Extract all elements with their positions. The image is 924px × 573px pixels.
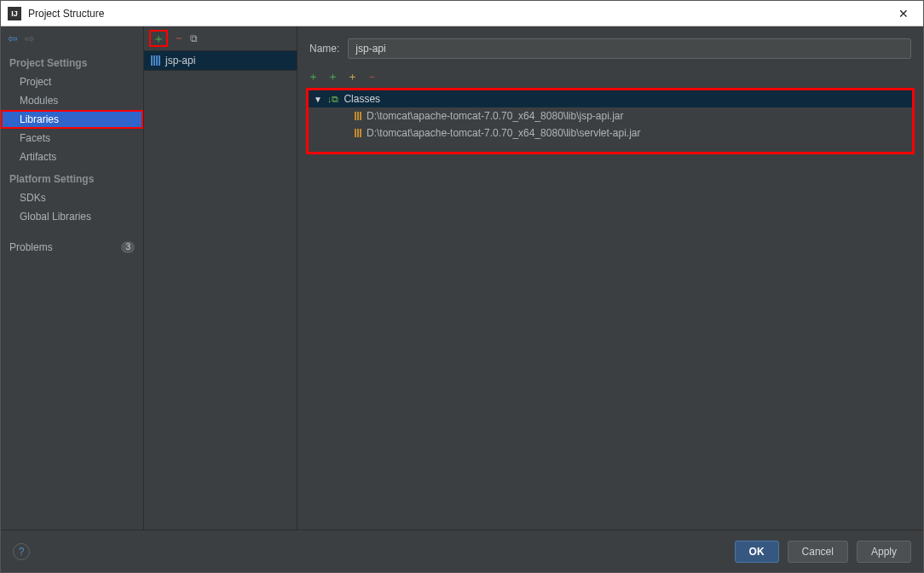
tree-item-jar[interactable]: D:\tomcat\apache-tomcat-7.0.70_x64_8080\… <box>309 124 912 142</box>
close-icon[interactable]: ✕ <box>891 7 916 20</box>
remove-root-icon[interactable]: － <box>367 69 378 84</box>
name-label: Name: <box>309 43 339 55</box>
ok-button[interactable]: OK <box>735 541 779 563</box>
nav-facets[interactable]: Facets <box>1 129 143 148</box>
problems-label: Problems <box>9 241 53 253</box>
nav-artifacts[interactable]: Artifacts <box>1 148 143 166</box>
section-header-project-settings: Project Settings <box>1 50 143 72</box>
sidebar-nav-toolbar: ⇦ ⇨ <box>1 26 143 50</box>
dialog-footer: ? OK Cancel Apply <box>1 530 923 572</box>
add-root-icon[interactable]: ＋ <box>308 69 319 84</box>
titlebar: IJ Project Structure ✕ <box>1 1 923 26</box>
libraries-toolbar: ＋ － ⧉ <box>144 26 297 50</box>
app-icon: IJ <box>8 7 21 20</box>
window-title: Project Structure <box>28 8 891 20</box>
name-row: Name: <box>297 26 923 67</box>
chevron-down-icon: ▼ <box>314 95 322 104</box>
copy-library-icon[interactable]: ⧉ <box>190 32 198 44</box>
section-header-platform-settings: Platform Settings <box>1 166 143 188</box>
tree-item-jar[interactable]: D:\tomcat\apache-tomcat-7.0.70_x64_8080\… <box>309 107 912 124</box>
nav-libraries[interactable]: Libraries <box>1 110 143 129</box>
forward-icon[interactable]: ⇨ <box>25 32 35 45</box>
classes-toolbar: ＋ ＋ ＋ － <box>297 67 923 86</box>
sidebar: ⇦ ⇨ Project Settings Project Modules Lib… <box>1 26 144 530</box>
tree-item-path: D:\tomcat\apache-tomcat-7.0.70_x64_8080\… <box>367 110 624 122</box>
add-library-icon[interactable]: ＋ <box>149 30 168 47</box>
library-name-input[interactable] <box>348 38 911 59</box>
classes-icon: ↓⧉ <box>327 94 339 105</box>
classes-tree: ▼ ↓⧉ Classes D:\tomcat\apache-tomcat-7.0… <box>306 88 915 154</box>
jar-icon <box>355 129 361 137</box>
nav-sdks[interactable]: SDKs <box>1 188 143 207</box>
jar-icon <box>355 112 361 120</box>
cancel-button[interactable]: Cancel <box>788 541 848 563</box>
tree-group-label: Classes <box>344 93 380 105</box>
add-root-variant-icon[interactable]: ＋ <box>327 69 338 84</box>
library-icon <box>151 55 160 66</box>
libraries-list-pane: ＋ － ⧉ jsp-api <box>144 26 297 530</box>
dialog-body: ⇦ ⇨ Project Settings Project Modules Lib… <box>1 26 923 530</box>
tree-item-path: D:\tomcat\apache-tomcat-7.0.70_x64_8080\… <box>367 127 641 139</box>
remove-library-icon[interactable]: － <box>173 31 185 46</box>
nav-global-libraries[interactable]: Global Libraries <box>1 207 143 226</box>
apply-button[interactable]: Apply <box>857 541 911 563</box>
library-item-jsp-api[interactable]: jsp-api <box>144 50 297 71</box>
nav-project[interactable]: Project <box>1 72 143 91</box>
help-icon[interactable]: ? <box>13 543 30 560</box>
nav-problems[interactable]: Problems 3 <box>1 238 143 257</box>
tree-group-classes[interactable]: ▼ ↓⧉ Classes <box>309 90 912 107</box>
problems-badge: 3 <box>121 241 135 253</box>
nav-modules[interactable]: Modules <box>1 91 143 110</box>
project-structure-window: IJ Project Structure ✕ ⇦ ⇨ Project Setti… <box>0 0 924 573</box>
back-icon[interactable]: ⇦ <box>8 32 18 45</box>
library-detail-pane: Name: ＋ ＋ ＋ － ▼ ↓⧉ Classes D:\tomcat\apa… <box>297 26 923 530</box>
library-item-label: jsp-api <box>165 55 195 67</box>
add-root-special-icon[interactable]: ＋ <box>347 69 358 84</box>
